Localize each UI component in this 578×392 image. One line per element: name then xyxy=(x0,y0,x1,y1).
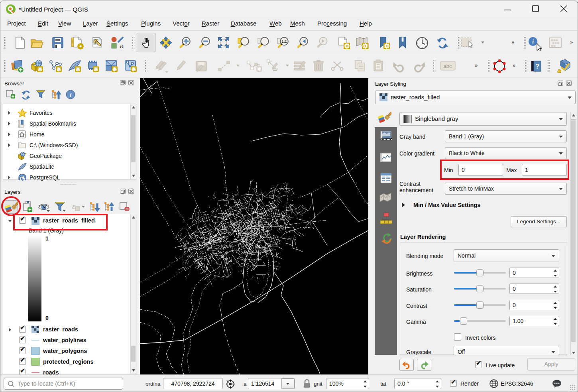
svg-text:ε: ε xyxy=(72,202,75,211)
svg-text:abc: abc xyxy=(444,63,452,69)
svg-text:a: a xyxy=(120,42,124,50)
svg-text:?: ? xyxy=(535,63,539,70)
svg-text:1:1: 1:1 xyxy=(281,39,287,43)
